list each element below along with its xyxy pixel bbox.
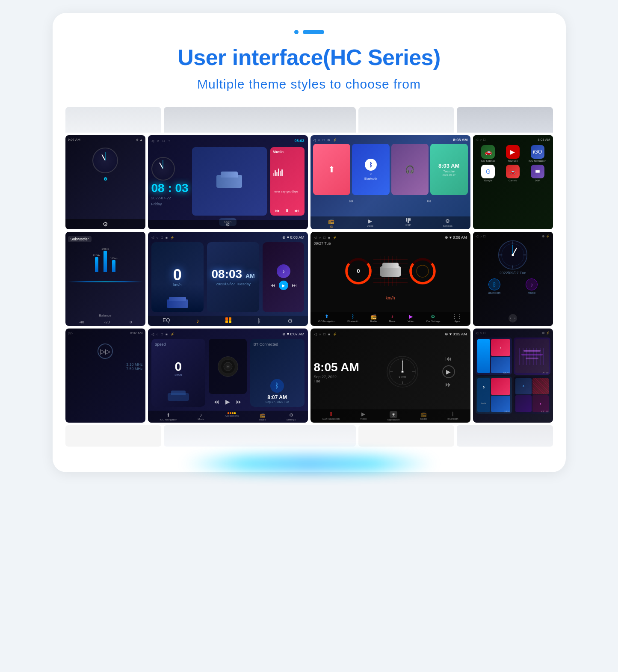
bottom-partial-cell-3 (358, 425, 454, 447)
screen-9: ▷▷ 8:02 AM ▷▷ 3.10 MHz 7.50 MHz (65, 329, 145, 423)
svg-point-28 (402, 371, 403, 372)
s8-bluetooth-label: Bluetooth (488, 291, 501, 294)
partial-cell-1 (65, 107, 161, 133)
screen-8: ◁ ○ □ ⊕ ⚡ (473, 232, 553, 326)
screen-5: Subwoofer 120Hz 140Hz 160Hz (65, 232, 145, 326)
screen-row-3: ▷▷ 8:02 AM ▷▷ 3.10 MHz 7.50 MHz (65, 329, 553, 423)
radio-label: 📻 (330, 225, 333, 228)
bottom-partial-row (65, 425, 553, 447)
screen-row-2: Subwoofer 120Hz 140Hz 160Hz (65, 232, 553, 326)
bottom-glow (181, 455, 438, 472)
balance-label: Balance (65, 314, 145, 317)
screen-4: ◁ ○ □ 8:03 AM 🚗 Car Settings (473, 135, 553, 229)
main-title: User interface(HC Series) (65, 44, 553, 70)
screen-3: ◁ ○ □ ⊕ ⚡ 8:03 AM ⬆ (310, 135, 470, 229)
xt188-label: XT188 (541, 410, 549, 413)
screen-11: ◁ ○ □ ■ ⚡ ⊕ ♥ 8:05 AM 8:05 AM Sep 27, 20… (310, 329, 470, 423)
svg-point-19 (227, 366, 228, 367)
partial-cell-2 (164, 107, 356, 133)
bottom-partial-cell-2 (164, 425, 356, 447)
screen-12: ◁ ○ □ ⊕ ⚡ (473, 329, 553, 423)
svg-point-5 (417, 265, 429, 277)
screen-7: ◁ ○ □ ■ ⚡ ⊕ ♥ 8:06 AM 09/27 Tue (310, 232, 470, 326)
svg-text:0: 0 (357, 268, 360, 274)
partial-top-row (65, 107, 553, 133)
dots-indicator (65, 30, 553, 34)
screenshots-container: 9:07 AM ⊕ ▲ ⚙ (65, 107, 553, 447)
screen-1: 9:07 AM ⊕ ▲ ⚙ (65, 135, 145, 229)
screen-10: ◁ ○ □ ■ ⚡ ⊕ ♥ 8:07 AM Speed (148, 329, 308, 423)
application-label: Application (387, 418, 399, 421)
subtitle: Multiple theme styles to choose from (65, 77, 553, 92)
partial-cell-3 (358, 107, 454, 133)
screen-2: ◁ ○ □ ↑ 08:03 (148, 135, 308, 229)
dot-small (294, 30, 299, 34)
screen-6: ◁ ○ □ ■ ⚡ ⊕ ♥ 8:03 AM (148, 232, 308, 326)
page-wrapper: User interface(HC Series) Multiple theme… (53, 13, 566, 472)
dot-long (303, 30, 324, 34)
bottom-partial-cell-1 (65, 425, 161, 447)
xt52-label: XT52 (504, 410, 510, 413)
partial-cell-4 (457, 107, 553, 133)
subwoofer-label: Subwoofer (68, 236, 92, 242)
svg-point-14 (512, 254, 514, 256)
screen-row-1: 9:07 AM ⊕ ▲ ⚙ (65, 135, 553, 229)
xt25-label: XT25 (542, 371, 548, 374)
bottom-partial-cell-4 (457, 425, 553, 447)
md03-label: MD03 (503, 371, 510, 374)
svg-text:0 km/h: 0 km/h (399, 376, 406, 378)
